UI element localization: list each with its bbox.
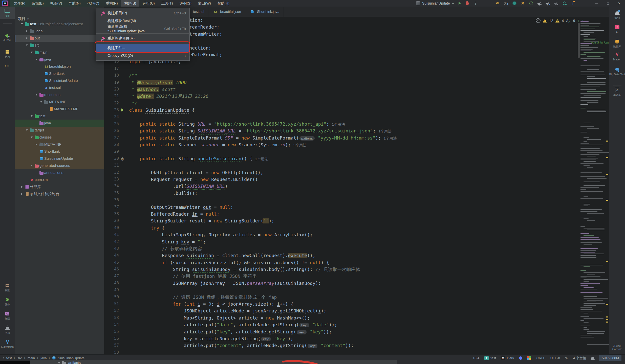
- chevron-right-icon[interactable]: [24, 37, 29, 39]
- tree-row-test[interactable]: test: [15, 112, 104, 120]
- code-line-22[interactable]: 22 */: [104, 100, 579, 107]
- chevron-down-icon[interactable]: [34, 59, 39, 60]
- chevron-down-icon[interactable]: [29, 165, 34, 166]
- code-line-37[interactable]: 37 OutputStreamWriter out = null;: [104, 204, 579, 211]
- search-icon[interactable]: [562, 1, 567, 6]
- maximize-button[interactable]: □: [602, 0, 614, 7]
- stripe-item-JRebel[interactable]: JRJRebel: [0, 32, 15, 41]
- code-line-35[interactable]: 35 .build();: [104, 190, 579, 197]
- code-line-30[interactable]: 30@ public static String updateSuisuinia…: [104, 155, 579, 162]
- menu-窗口(W)[interactable]: 窗口(W): [195, 0, 214, 7]
- menu-重构(R)[interactable]: 重构(R): [102, 0, 121, 7]
- code-line-40[interactable]: 40 try {: [104, 224, 579, 231]
- tree-row-MANIFEST.MF[interactable]: MANIFEST.MF: [15, 105, 104, 112]
- menu-视图(V)[interactable]: 视图(V): [47, 0, 66, 7]
- code-line-57[interactable]: 57 article.put("content", articleNode.ge…: [104, 342, 579, 349]
- breadcrumb-item-SuisuinianUpdate[interactable]: SuisuinianUpdate: [58, 356, 85, 360]
- breadcrumb-item-main[interactable]: main: [28, 356, 35, 360]
- tree-row-ShortLink[interactable]: ShortLink: [15, 148, 104, 155]
- code-line-55[interactable]: 55 article.put("key", articleNode.getStr…: [104, 328, 579, 335]
- stripe-item-问题[interactable]: 问题: [0, 325, 15, 334]
- stripe-item-单词本[interactable]: A单词本: [609, 87, 625, 96]
- theme-widget[interactable]: M Dark: [501, 356, 514, 360]
- code-line-46[interactable]: 46 String suisuinianBody = suisuinian.bo…: [104, 266, 579, 273]
- stripe-item-AI[interactable]: ✦AI: [609, 24, 625, 34]
- menu-文件(F)[interactable]: 文件(F): [10, 0, 29, 7]
- code-line-23[interactable]: 23class SuisuinianUpdate {: [104, 107, 579, 113]
- run-button[interactable]: [459, 2, 461, 5]
- menu-运行(U)[interactable]: 运行(U): [139, 0, 158, 7]
- more-actions-icon[interactable]: ⋮: [474, 1, 478, 6]
- tree-row-.idea[interactable]: .idea: [15, 28, 104, 35]
- menu-item-Groovy 资源(O)[interactable]: Groovy 资源(O)›: [96, 52, 189, 60]
- code-minimap[interactable]: SuisuinianUpdate: [580, 17, 609, 354]
- tree-row-test.sol[interactable]: ◆test.sol: [15, 84, 104, 91]
- chevron-down-icon[interactable]: [19, 23, 24, 25]
- code-line-52[interactable]: 52 JSONObject articleNode = jsonArray.ge…: [104, 307, 579, 314]
- chevron-down-icon[interactable]: [39, 101, 44, 103]
- chevron-down-icon[interactable]: [34, 94, 39, 96]
- menu-构建(B)[interactable]: 构建(B): [121, 0, 140, 7]
- tab-ShortLink.java[interactable]: ShortLink.java: [245, 7, 284, 17]
- code-line-19[interactable]: 19 * @Description: TODO: [104, 79, 579, 86]
- code-line-26[interactable]: 26 public static String SUISUINIAN_URL =…: [104, 127, 579, 134]
- code-line-34[interactable]: 34 .url(SUISUINIAN_URL): [104, 183, 579, 190]
- typo-count[interactable]: 9: [573, 19, 575, 23]
- rocket-blue-icon[interactable]: [545, 1, 550, 6]
- tree-row-外部库[interactable]: 外部库: [15, 183, 104, 190]
- translate-icon[interactable]: 文A: [504, 1, 509, 6]
- chevron-down-icon[interactable]: [58, 362, 60, 364]
- menu-工具(T)[interactable]: 工具(T): [158, 0, 176, 7]
- chevron-down-icon[interactable]: [29, 52, 34, 53]
- chevron-down-icon[interactable]: ∨: [451, 2, 455, 5]
- jrebel-console-label[interactable]: JRebelConsole: [609, 344, 625, 351]
- tree-row-target[interactable]: target: [15, 127, 104, 134]
- breadcrumb-item-test[interactable]: test: [6, 356, 12, 360]
- menu-item-构建项目(P)[interactable]: 构建项目(P)Ctrl+F9: [96, 9, 189, 17]
- tree-row-out[interactable]: out: [15, 35, 104, 42]
- chevron-down-icon[interactable]: [29, 115, 34, 117]
- atom-icon[interactable]: [529, 1, 534, 6]
- chevron-right-icon[interactable]: [19, 186, 24, 188]
- code-line-17[interactable]: 17: [104, 65, 579, 72]
- code-line-29[interactable]: 29: [104, 148, 579, 155]
- menu-item-构建模块 'test'(M)[interactable]: 构建模块 'test'(M): [96, 17, 189, 25]
- run-config-name[interactable]: SuisuinianUpdate: [422, 1, 450, 5]
- tree-row-临时文件和控制台[interactable]: 临时文件和控制台: [15, 190, 104, 197]
- highlight-level-icon[interactable]: [536, 18, 541, 23]
- tree-row-annotations[interactable]: annotations: [15, 169, 104, 176]
- readonly-toggle-icon[interactable]: ✎: [565, 356, 568, 360]
- code-line-50[interactable]: 50 // 遍历 JSON 数组，将每篇文章封装成一个 Map: [104, 294, 579, 301]
- tree-row-SuisuinianUpdate[interactable]: SuisuinianUpdate: [15, 77, 104, 84]
- windows-logo-icon[interactable]: [527, 356, 531, 360]
- tree-row-test[interactable]: testD:\Project\IdeaProjects\test: [15, 20, 104, 28]
- stripe-item-数据库[interactable]: 数据库: [609, 39, 625, 48]
- code-line-18[interactable]: 18/**: [104, 72, 579, 79]
- code-line-38[interactable]: 38 BufferedReader in = null;: [104, 211, 579, 217]
- inspection-widget[interactable]: 12 4 A✓ 9 ↑ ↓: [536, 18, 584, 23]
- stripe-item-Maven[interactable]: VMaven: [609, 52, 625, 61]
- indent-setting[interactable]: 4 个空格: [573, 356, 586, 360]
- rocket-gray-icon[interactable]: [554, 1, 559, 6]
- tree-row-java[interactable]: java: [15, 56, 104, 63]
- code-line-44[interactable]: 44 Response suisuinian = client.newCall(…: [104, 252, 579, 259]
- code-line-31[interactable]: 31: [104, 162, 579, 169]
- code-line-54[interactable]: 54 article.put("date", articleNode.getSt…: [104, 321, 579, 328]
- code-line-42[interactable]: 42 String key = "";: [104, 238, 579, 245]
- rocket-icon[interactable]: [537, 1, 542, 6]
- stripe-item-通知[interactable]: 通知: [609, 10, 625, 19]
- code-line-27[interactable]: 27 public static SimpleDateFormat SDF = …: [104, 134, 579, 141]
- menu-item-重新构建项目(R)[interactable]: 重新构建项目(R): [96, 34, 189, 42]
- code-line-21[interactable]: 21 * @date: 2021年12月13日 22:26: [104, 93, 579, 100]
- artifacts-node-label[interactable]: artifacts: [68, 361, 81, 364]
- breadcrumb-item-src[interactable]: src: [17, 356, 22, 360]
- chevron-right-icon[interactable]: [24, 30, 29, 32]
- line-ending[interactable]: CRLF: [536, 356, 545, 360]
- code-line-28[interactable]: 28 public static Scanner scanner = new S…: [104, 141, 579, 148]
- tree-row-classes[interactable]: classes: [15, 134, 104, 141]
- tree-row-generated-sources[interactable]: generated-sources: [15, 162, 104, 169]
- code-line-58[interactable]: 58: [104, 349, 579, 354]
- code-line-48[interactable]: 48 JSONArray jsonArray = JSON.parseArray…: [104, 280, 579, 287]
- code-line-41[interactable]: 41 List<Map<String, Object>> articles = …: [104, 231, 579, 238]
- run-configuration-widget[interactable]: SuisuinianUpdate ∨ ⋮: [416, 0, 478, 7]
